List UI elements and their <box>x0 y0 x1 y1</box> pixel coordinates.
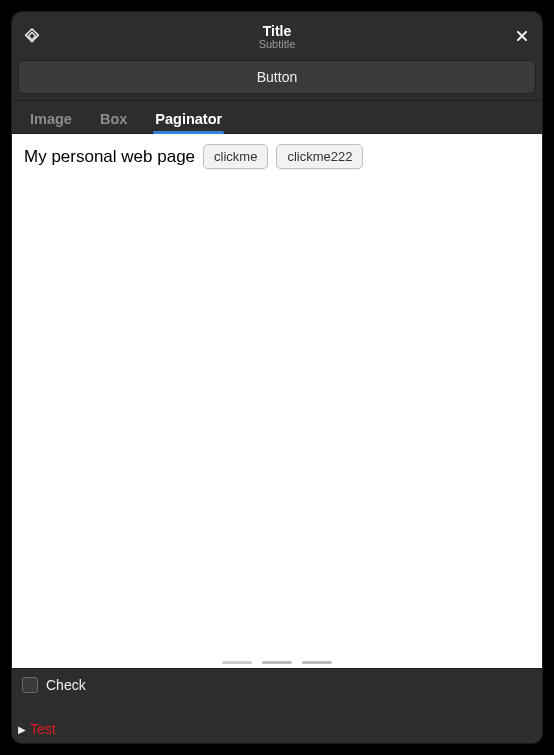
check-label: Check <box>46 677 86 693</box>
main-button[interactable]: Button <box>18 60 536 94</box>
page-dot[interactable] <box>222 661 252 664</box>
clickme222-button[interactable]: clickme222 <box>276 144 363 169</box>
content-area: My personal web page clickme clickme222 <box>12 134 542 668</box>
header-titles: Title Subtitle <box>12 23 542 50</box>
app-menu-icon[interactable] <box>20 24 44 48</box>
clickme-button[interactable]: clickme <box>203 144 268 169</box>
page-text: My personal web page <box>24 147 195 167</box>
expander-row[interactable]: ▶ Test <box>18 721 532 737</box>
page-dot[interactable] <box>262 661 292 664</box>
expander-label: Test <box>30 721 56 737</box>
app-window: Title Subtitle Button Image Box Paginato… <box>12 12 542 743</box>
window-title: Title <box>12 23 542 39</box>
check-checkbox[interactable] <box>22 677 38 693</box>
page-dot[interactable] <box>302 661 332 664</box>
check-row: Check <box>22 677 532 693</box>
header-bar: Title Subtitle <box>12 12 542 60</box>
window-subtitle: Subtitle <box>12 38 542 50</box>
tab-paginator[interactable]: Paginator <box>155 105 222 133</box>
tab-box[interactable]: Box <box>100 105 127 133</box>
content-row: My personal web page clickme clickme222 <box>24 144 530 169</box>
close-button[interactable] <box>510 24 534 48</box>
chevron-right-icon: ▶ <box>18 724 26 735</box>
page-indicator <box>12 661 542 664</box>
bottom-panel: Check ▶ Test <box>12 668 542 743</box>
tab-image[interactable]: Image <box>30 105 72 133</box>
toolbar: Button <box>12 60 542 100</box>
tab-bar: Image Box Paginator <box>12 100 542 134</box>
